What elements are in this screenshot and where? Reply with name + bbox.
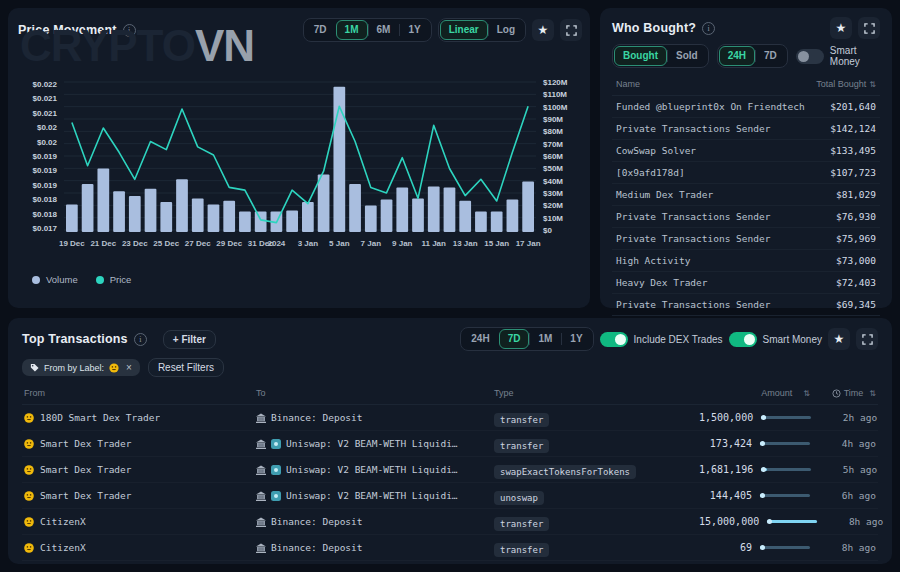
dex-protocol-icon	[271, 465, 281, 475]
table-row[interactable]: Heavy Dex Trader$72,403	[612, 272, 880, 294]
table-row[interactable]: High Activity$73,000	[612, 250, 880, 272]
toggle-switch[interactable]	[600, 332, 628, 347]
filter-chips-row: From by Label: × Reset Filters	[22, 358, 878, 377]
table-row[interactable]: Private Transactions Sender$69,345	[612, 294, 880, 316]
reset-filters-button[interactable]: Reset Filters	[148, 358, 224, 377]
svg-text:$0.019: $0.019	[33, 152, 58, 161]
svg-text:$0.022: $0.022	[33, 80, 58, 89]
column-from[interactable]: From	[24, 388, 256, 398]
close-icon[interactable]: ×	[126, 362, 132, 373]
bank-icon	[256, 465, 266, 475]
toggle-label: Smart Money	[763, 334, 822, 345]
star-icon: ★	[538, 24, 549, 36]
column-time[interactable]: Time⇅	[810, 388, 876, 398]
price-volume-chart[interactable]: $120M$110M$100M$90M$80M$70M$60M$50M$40M$…	[18, 72, 582, 268]
svg-text:$0.019: $0.019	[33, 166, 58, 175]
buyer-name: [0x9afd178d]	[616, 167, 685, 178]
tab-1m[interactable]: 1M	[529, 329, 561, 349]
tab-1m[interactable]: 1M	[336, 20, 368, 40]
from-address-label: Smart Dex Trader	[40, 438, 132, 449]
table-row[interactable]: CitizenXBinance: Deposittransfer698h ago	[22, 535, 878, 561]
svg-text:$100M: $100M	[543, 103, 568, 112]
tab-7d[interactable]: 7D	[499, 329, 530, 349]
table-row[interactable]: Digital Currency Group: MC Vest…MEXC: Di…	[22, 561, 878, 564]
from-address-label: 180D Smart Dex Trader	[40, 412, 160, 423]
total-bought-value: $73,000	[836, 255, 876, 266]
tab-linear[interactable]: Linear	[440, 20, 488, 40]
legend-dot-icon	[32, 276, 40, 284]
table-row[interactable]: CitizenXBinance: Deposittransfer15,000,0…	[22, 509, 878, 535]
table-row[interactable]: Private Transactions Sender$142,124	[612, 118, 880, 140]
column-name[interactable]: Name	[616, 79, 640, 89]
svg-text:21 Dec: 21 Dec	[90, 239, 116, 248]
tab-bought[interactable]: Bought	[614, 46, 667, 66]
legend-volume[interactable]: Volume	[32, 274, 78, 285]
total-bought-value: $142,124	[830, 123, 876, 134]
info-icon[interactable]: i	[123, 24, 136, 37]
amount-bar	[761, 468, 811, 471]
tab-24h[interactable]: 24H	[719, 46, 755, 66]
svg-text:$0.017: $0.017	[33, 224, 58, 233]
time-ago: 8h ago	[849, 516, 883, 527]
bank-icon	[256, 439, 266, 449]
who-panel-header: Who Bought? i ★	[612, 17, 880, 39]
table-row[interactable]: Smart Dex TraderUniswap: V2 BEAM-WETH Li…	[22, 483, 878, 509]
add-filter-button[interactable]: + Filter	[163, 330, 216, 349]
favorite-button[interactable]: ★	[828, 328, 850, 350]
column-total-bought[interactable]: Total Bought	[816, 79, 866, 89]
svg-text:$80M: $80M	[543, 127, 563, 136]
legend-dot-icon	[96, 276, 104, 284]
money-face-icon	[24, 517, 34, 527]
legend-price[interactable]: Price	[96, 274, 132, 285]
tx-type-badge: swapExactTokensForTokens	[494, 465, 636, 479]
from-address-label: CitizenX	[40, 542, 86, 553]
table-row[interactable]: Medium Dex Trader$81,029	[612, 184, 880, 206]
amount-value: 173,424	[710, 438, 752, 449]
svg-text:$110M: $110M	[543, 90, 567, 99]
info-icon[interactable]: i	[134, 333, 147, 346]
expand-button[interactable]	[560, 19, 582, 41]
who-controls: BoughtSold 24H7D Smart Money	[612, 44, 880, 68]
time-ago: 5h ago	[843, 464, 877, 475]
table-row[interactable]: 180D Smart Dex TraderBinance: Deposittra…	[22, 405, 878, 431]
tab-sold[interactable]: Sold	[667, 46, 707, 66]
table-row[interactable]: CowSwap Solver$133,495	[612, 140, 880, 162]
total-bought-value: $69,345	[836, 299, 876, 310]
svg-text:7 Jan: 7 Jan	[361, 239, 382, 248]
toggle-switch[interactable]	[796, 49, 824, 64]
to-address-label: Binance: Deposit	[271, 516, 363, 527]
tab-log[interactable]: Log	[488, 20, 524, 40]
table-row[interactable]: Smart Dex TraderUniswap: V2 BEAM-WETH Li…	[22, 431, 878, 457]
total-bought-value: $81,029	[836, 189, 876, 200]
toggle-switch[interactable]	[729, 332, 757, 347]
column-amount[interactable]: Amount⇅	[699, 388, 810, 398]
tab-6m[interactable]: 6M	[368, 20, 400, 40]
tab-1y[interactable]: 1Y	[399, 20, 429, 40]
table-row[interactable]: Smart Dex TraderUniswap: V2 BEAM-WETH Li…	[22, 457, 878, 483]
from-by-label-chip[interactable]: From by Label: ×	[22, 359, 140, 376]
expand-button[interactable]	[858, 17, 880, 39]
expand-button[interactable]	[856, 328, 878, 350]
tab-7d[interactable]: 7D	[305, 20, 336, 40]
tab-7d[interactable]: 7D	[755, 46, 786, 66]
tab-24h[interactable]: 24H	[462, 329, 498, 349]
clock-icon	[832, 389, 841, 398]
svg-text:19 Dec: 19 Dec	[59, 239, 85, 248]
amount-value: 15,000,000	[699, 516, 759, 527]
bought-sold-tabs: BoughtSold	[612, 44, 709, 68]
favorite-button[interactable]: ★	[830, 17, 852, 39]
table-row[interactable]: [0x9afd178d]$107,723	[612, 162, 880, 184]
svg-text:27 Dec: 27 Dec	[185, 239, 211, 248]
tx-table-body: 180D Smart Dex TraderBinance: Deposittra…	[22, 405, 878, 564]
tx-panel-header: Top Transactions i + Filter 24H7D1M1Y In…	[22, 327, 878, 351]
info-icon[interactable]: i	[702, 22, 715, 35]
column-to[interactable]: To	[256, 388, 494, 398]
favorite-button[interactable]: ★	[532, 19, 554, 41]
svg-text:$0: $0	[543, 226, 552, 235]
column-type[interactable]: Type	[494, 388, 699, 398]
table-row[interactable]: Funded @blueprint0x On Friendtech$201,64…	[612, 96, 880, 118]
table-row[interactable]: Private Transactions Sender$76,930	[612, 206, 880, 228]
tab-1y[interactable]: 1Y	[561, 329, 591, 349]
table-row[interactable]: Private Transactions Sender$75,969	[612, 228, 880, 250]
sort-icon[interactable]: ⇅	[869, 80, 876, 89]
